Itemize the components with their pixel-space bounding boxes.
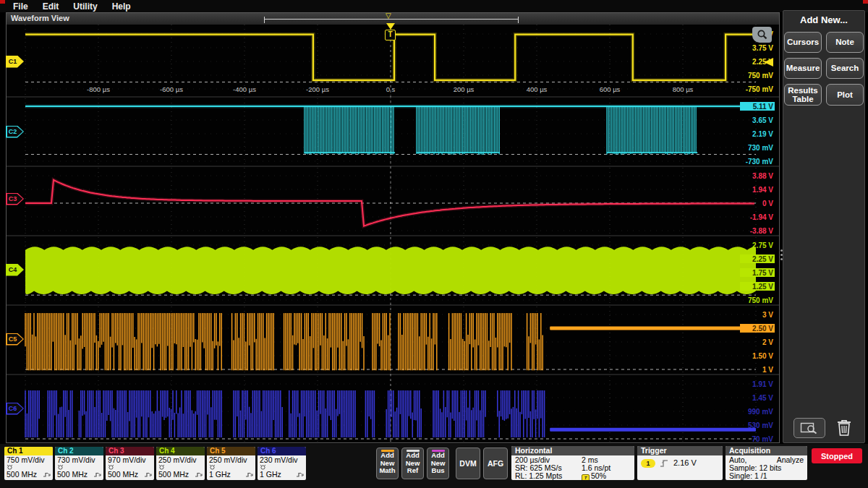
add-new-bus-button[interactable]: AddNewBus — [427, 448, 449, 479]
channel-handle-label: C6 — [6, 403, 20, 415]
channel-scale: 250 mV/div — [209, 456, 253, 464]
scale-label: 5.11 V — [753, 103, 774, 111]
scale-label: 2.75 V — [752, 241, 773, 249]
add-new-heading: Add New... — [783, 14, 864, 25]
oscilloscope-screen: FileEditUtilityHelp Waveform View ▽ 5.25… — [0, 0, 868, 488]
channel-badge-name: Ch 5 — [207, 447, 255, 455]
idle-level-trace — [550, 428, 756, 432]
add-new-plot-button[interactable]: Plot — [826, 84, 864, 106]
afg-button[interactable]: AFG — [483, 448, 508, 479]
add-new-results-table-button[interactable]: Results Table — [784, 84, 822, 106]
waveform-canvas[interactable]: 5.25 V3.75 V2.25 V750 mV-750 mV5.11 V3.6… — [7, 25, 779, 442]
channel-badge-name: Ch 1 — [4, 447, 53, 455]
scale-label: 1 V — [762, 366, 773, 374]
channel-scale: 230 mV/div — [260, 456, 304, 464]
bandwidth-icon — [93, 471, 101, 478]
probe-icon — [108, 464, 114, 470]
right-panel: Add New... CursorsNoteMeasureSearchResul… — [783, 10, 865, 443]
channel-handle-label: C4 — [6, 264, 20, 276]
probe-icon — [209, 464, 216, 470]
scale-label: 70 mV — [752, 435, 774, 443]
bandwidth-icon — [195, 471, 203, 478]
waveform-plot[interactable]: 5.25 V3.75 V2.25 V750 mV-750 mV5.11 V3.6… — [7, 25, 779, 442]
channel-badge-ch3[interactable]: Ch 3970 mV/div500 MHz — [106, 447, 154, 480]
horizontal-position: T50% — [582, 472, 631, 480]
horizontal-panel-title: Horizontal — [511, 446, 634, 455]
magnifier-icon — [756, 29, 769, 40]
bandwidth-icon — [144, 471, 152, 478]
time-axis-label: -800 µs — [87, 85, 110, 93]
probe-icon — [7, 464, 13, 470]
channel-handle-c6[interactable]: C6 — [6, 403, 24, 415]
channel-bandwidth: 500 MHz — [57, 471, 88, 479]
add-new-measure-button[interactable]: Measure — [784, 58, 822, 79]
idle-level-trace — [550, 327, 756, 330]
time-axis-label: 400 µs — [527, 85, 548, 93]
screen-corner-marker — [0, 0, 5, 4]
channel-handle-c5[interactable]: C5 — [6, 333, 24, 346]
run-stop-status-button[interactable]: Stopped — [812, 448, 862, 463]
channel-scale: 750 mV/div — [7, 456, 51, 464]
menu-item-help[interactable]: Help — [112, 1, 131, 12]
scale-label: 3.65 V — [752, 116, 773, 124]
time-axis-label: 0 s — [386, 85, 396, 93]
rising-edge-icon — [659, 458, 670, 468]
channel-badge-ch5[interactable]: Ch 5250 mV/div1 GHz — [207, 447, 255, 480]
bandwidth-icon — [296, 471, 304, 478]
time-axis-label: -200 µs — [306, 85, 329, 93]
trigger-position-arrow-icon[interactable] — [386, 23, 395, 30]
add-new-note-button[interactable]: Note — [826, 32, 864, 53]
scale-label: 1.75 V — [752, 269, 773, 277]
trigger-position-flag[interactable]: T — [385, 30, 396, 40]
menu-bar: FileEditUtilityHelp — [0, 0, 868, 12]
expansion-point-marker[interactable]: ▽ — [386, 12, 391, 20]
channel-bandwidth: 1 GHz — [260, 471, 281, 479]
acquisition-single: Single: 1 /1 — [729, 472, 804, 480]
menu-item-file[interactable]: File — [13, 1, 28, 12]
bandwidth-icon — [43, 471, 51, 478]
channel-handle-label: C2 — [6, 126, 20, 138]
channel-badge-name: Ch 6 — [258, 447, 306, 455]
probe-icon — [57, 464, 64, 470]
channel-handle-c3[interactable]: C3 — [6, 193, 24, 205]
add-new-ref-button[interactable]: AddNewRef — [401, 448, 424, 479]
delete-button[interactable] — [833, 417, 855, 439]
zoom-mode-button[interactable] — [793, 418, 825, 438]
channel-badge-name: Ch 2 — [55, 447, 103, 455]
acquisition-panel[interactable]: Acquisition Auto, Analyze Sample: 12 bit… — [726, 446, 807, 480]
scale-label: 990 mV — [748, 408, 773, 416]
add-new-search-button[interactable]: Search — [826, 58, 864, 79]
time-axis-label: -400 µs — [233, 85, 256, 93]
scale-label: 530 mV — [748, 421, 773, 429]
trigger-level-marker[interactable] — [764, 58, 773, 67]
scale-label: 3.75 V — [752, 44, 773, 52]
probe-icon — [260, 464, 266, 470]
dvm-button[interactable]: DVM — [456, 448, 480, 479]
channel-handle-c2[interactable]: C2 — [6, 126, 24, 138]
scale-label: 1.45 V — [752, 394, 773, 402]
horizontal-panel[interactable]: Horizontal 200 µs/div 2 ms SR: 625 MS/s … — [511, 446, 634, 480]
type-color-stripe — [432, 450, 445, 452]
menu-item-utility[interactable]: Utility — [73, 1, 97, 12]
channel-badge-ch1[interactable]: Ch 1750 mV/div500 MHz — [4, 447, 53, 480]
trigger-source-badge: 1 — [641, 459, 655, 468]
menu-item-edit[interactable]: Edit — [43, 1, 59, 12]
channel-badge-ch2[interactable]: Ch 2730 mV/div500 MHz — [55, 447, 103, 480]
scale-label: 2 V — [762, 338, 773, 346]
acquisition-panel-title: Acquisition — [726, 446, 807, 455]
scale-label: 750 mV — [748, 72, 773, 80]
time-axis-label: 600 µs — [600, 85, 621, 93]
add-new-cursors-button[interactable]: Cursors — [784, 32, 822, 53]
zoom-overlay-button[interactable] — [752, 27, 772, 43]
scale-label: -1.94 V — [750, 213, 774, 221]
waveform-view-title: Waveform View — [11, 14, 69, 22]
channel-handle-c4[interactable]: C4 — [6, 264, 24, 276]
add-new-math-button[interactable]: AddNewMath — [376, 448, 399, 479]
scale-label: 2.19 V — [752, 130, 773, 138]
scale-label: 1.91 V — [752, 380, 773, 388]
trigger-panel[interactable]: Trigger 1 2.16 V — [637, 446, 723, 480]
trigger-level: 2.16 V — [673, 459, 697, 467]
channel-badge-ch4[interactable]: Ch 4250 mV/div500 MHz — [156, 447, 205, 480]
channel-badge-ch6[interactable]: Ch 6230 mV/div1 GHz — [258, 447, 306, 480]
channel-handle-c1[interactable]: C1 — [6, 56, 24, 68]
